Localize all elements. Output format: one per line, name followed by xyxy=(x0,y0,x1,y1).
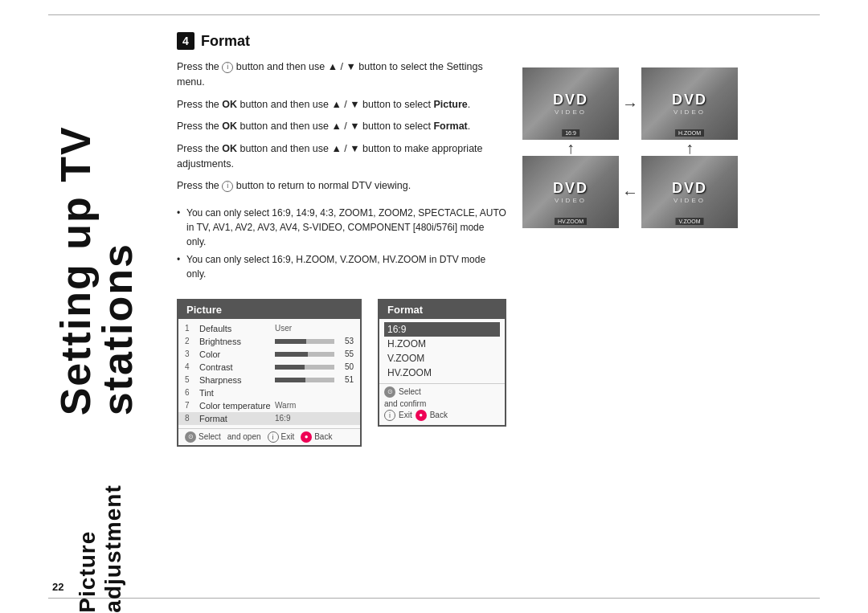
exit-icon: i xyxy=(268,431,279,443)
picture-menu-header: Picture xyxy=(178,300,360,319)
section-header: 4 Format xyxy=(177,32,844,50)
back-icon: ● xyxy=(301,431,312,443)
dvd-label-vzoom: V.ZOOM xyxy=(676,218,704,225)
format-menu-header: Format xyxy=(379,300,505,319)
sidebar: Setting up TV stations Picture adjustmen… xyxy=(0,0,177,613)
menu-item-color[interactable]: 3 Color 55 xyxy=(178,348,360,361)
dvd-thumb-169: DVD VIDEO 16:9 xyxy=(522,67,619,140)
picture-menu: Picture 1 Defaults User 2 Brightness xyxy=(177,299,362,447)
sidebar-main-text: Setting up TV stations xyxy=(55,0,138,415)
format-item-vzoom[interactable]: V.ZOOM xyxy=(384,351,500,366)
left-column: Press the i button and then use ▲ / ▼ bu… xyxy=(177,59,506,589)
instruction-1: Press the i button and then use ▲ / ▼ bu… xyxy=(177,59,506,91)
menu-item-contrast[interactable]: 4 Contrast 50 xyxy=(178,361,360,374)
menu-item-color-temp[interactable]: 7 Color temperature Warm xyxy=(178,399,360,412)
menu-item-brightness[interactable]: 2 Brightness 53 xyxy=(178,335,360,348)
menu-item-defaults[interactable]: 1 Defaults User xyxy=(178,322,360,335)
instruction-2: Press the OK button and then use ▲ / ▼ b… xyxy=(177,97,506,112)
dvd-label-hzoom: H.ZOOM xyxy=(675,129,704,137)
right-column: DVD VIDEO 16:9 → DVD VIDEO H.ZOOM xyxy=(522,59,844,589)
bullet-1: You can only select 16:9, 14:9, 4:3, ZOO… xyxy=(177,206,506,249)
main-content: 4 Format Press the i button and then use… xyxy=(177,24,844,589)
arrow-left-icon: ← xyxy=(619,156,641,228)
picture-menu-footer: ⊙ Select and open i Exit ● Back xyxy=(178,428,360,445)
content-split: Press the i button and then use ▲ / ▼ bu… xyxy=(177,59,844,589)
i-icon-2: i xyxy=(222,181,233,192)
format-back-icon: ● xyxy=(416,410,427,421)
arrow-right-icon: → xyxy=(619,67,641,140)
format-menu: Format 16:9 H.ZOOM V.ZOOM HV.ZOOM ⊙ Sele… xyxy=(378,299,506,427)
format-menu-footer: ⊙ Select and confirm i Exit ● Back xyxy=(379,383,505,425)
section-number: 4 xyxy=(177,32,194,50)
arrow-up-icon: ↑ xyxy=(641,140,738,156)
instruction-3: Press the OK button and then use ▲ / ▼ b… xyxy=(177,119,506,134)
dvd-thumb-vzoom: DVD VIDEO V.ZOOM xyxy=(641,156,738,228)
format-select-icon: ⊙ xyxy=(384,386,395,398)
menu-item-sharpness[interactable]: 5 Sharpness 51 xyxy=(178,374,360,386)
format-item-169[interactable]: 16:9 xyxy=(384,322,500,337)
dvd-thumb-hvzoom: DVD VIDEO HV.ZOOM xyxy=(522,156,619,228)
format-menu-items: 16:9 H.ZOOM V.ZOOM HV.ZOOM xyxy=(379,319,505,383)
menu-item-format[interactable]: 8 Format 16:9 xyxy=(178,412,360,425)
arrow-down-icon: ↑ xyxy=(522,140,619,156)
sidebar-sub-text: Picture adjustment xyxy=(75,423,126,613)
dvd-grid: DVD VIDEO 16:9 → DVD VIDEO H.ZOOM xyxy=(522,67,844,228)
format-item-hvzoom[interactable]: HV.ZOOM xyxy=(384,366,500,380)
dvd-label-169: 16:9 xyxy=(562,129,579,137)
dvd-label-hvzoom: HV.ZOOM xyxy=(555,218,587,225)
menu-item-tint[interactable]: 6 Tint xyxy=(178,386,360,399)
bottom-section: Picture 1 Defaults User 2 Brightness xyxy=(177,299,506,447)
dvd-thumb-hzoom: DVD VIDEO H.ZOOM xyxy=(641,67,738,140)
format-exit-icon: i xyxy=(384,410,395,421)
picture-menu-items: 1 Defaults User 2 Brightness xyxy=(178,319,360,428)
select-icon: ⊙ xyxy=(185,431,196,443)
i-icon-1: i xyxy=(222,62,233,73)
instruction-5: Press the i button to return to normal D… xyxy=(177,178,506,194)
section-title: Format xyxy=(201,33,250,50)
bullet-list: You can only select 16:9, 14:9, 4:3, ZOO… xyxy=(177,206,506,284)
instruction-4: Press the OK button and then use ▲ / ▼ b… xyxy=(177,141,506,173)
bullet-2: You can only select 16:9, H.ZOOM, V.ZOOM… xyxy=(177,252,506,281)
format-item-hzoom[interactable]: H.ZOOM xyxy=(384,337,500,351)
